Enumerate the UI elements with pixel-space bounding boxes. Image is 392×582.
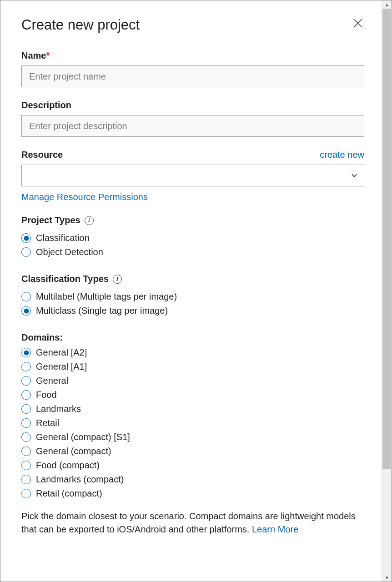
radio-icon (21, 461, 31, 470)
radio-icon (21, 404, 31, 414)
chevron-down-icon (351, 172, 357, 179)
project-types-section: Project Types i Classification Object De… (21, 215, 364, 257)
name-label: Name* (21, 50, 364, 61)
radio-icon (21, 432, 31, 442)
radio-label: General [A1] (36, 361, 87, 372)
learn-more-link[interactable]: Learn More (252, 524, 298, 534)
radio-icon (21, 292, 31, 301)
radio-icon (21, 475, 31, 484)
name-label-text: Name (21, 50, 46, 60)
radio-label: Landmarks (36, 404, 81, 414)
radio-icon (21, 489, 31, 498)
name-field-group: Name* (21, 50, 364, 87)
classification-types-label-text: Classification Types (21, 274, 109, 284)
radio-label: Multilabel (Multiple tags per image) (36, 291, 177, 302)
radio-icon (21, 306, 31, 316)
domains-label: Domains: (21, 332, 63, 343)
radio-label: General (compact) [S1] (36, 432, 130, 442)
project-type-classification[interactable]: Classification (21, 233, 364, 243)
close-button[interactable] (352, 17, 364, 30)
radio-label: Food (compact) (36, 460, 100, 471)
close-icon (352, 18, 363, 29)
dialog-title: Create new project (21, 17, 140, 33)
domain-general-compact[interactable]: General (compact) (21, 446, 364, 457)
scroll-up-arrow[interactable]: ▲ (382, 0, 392, 9)
classification-types-radio-group: Multilabel (Multiple tags per image) Mul… (21, 291, 364, 316)
radio-icon (21, 418, 31, 428)
domain-food[interactable]: Food (21, 390, 364, 400)
project-types-radio-group: Classification Object Detection (21, 233, 364, 257)
domain-retail[interactable]: Retail (21, 418, 364, 428)
info-icon[interactable]: i (113, 275, 122, 284)
radio-icon (21, 376, 31, 386)
name-input[interactable] (21, 65, 364, 87)
classification-type-multilabel[interactable]: Multilabel (Multiple tags per image) (21, 291, 364, 302)
domain-general[interactable]: General (21, 376, 364, 386)
create-project-dialog: Create new project Name* Description Res… (4, 0, 382, 582)
radio-label: Object Detection (36, 247, 103, 257)
radio-label: General (compact) (36, 446, 111, 457)
radio-label: General (36, 376, 68, 386)
radio-label: Landmarks (compact) (36, 474, 124, 485)
domains-radio-group: General [A2] General [A1] General Food L… (21, 347, 364, 499)
scroll-down-arrow[interactable]: ▼ (382, 573, 392, 582)
domain-general-a1[interactable]: General [A1] (21, 361, 364, 372)
dialog-header: Create new project (21, 17, 364, 33)
domain-landmarks[interactable]: Landmarks (21, 404, 364, 414)
resource-select[interactable] (21, 165, 364, 186)
radio-label: Retail (36, 418, 59, 428)
description-field-group: Description (21, 100, 364, 137)
radio-icon (21, 362, 31, 371)
description-input[interactable] (21, 115, 364, 137)
resource-field-group: Resource create new Manage Resource Perm… (21, 150, 364, 202)
radio-icon (21, 247, 31, 257)
domains-help-text: Pick the domain closest to your scenario… (21, 510, 364, 536)
radio-label: Retail (compact) (36, 488, 102, 499)
domain-general-compact-s1[interactable]: General (compact) [S1] (21, 432, 364, 442)
required-marker: * (46, 50, 50, 60)
domain-landmarks-compact[interactable]: Landmarks (compact) (21, 474, 364, 485)
project-types-label-text: Project Types (21, 215, 80, 226)
resource-label: Resource (21, 150, 63, 160)
radio-label: Multiclass (Single tag per image) (36, 306, 168, 316)
domain-retail-compact[interactable]: Retail (compact) (21, 488, 364, 499)
radio-icon (21, 390, 31, 400)
radio-label: Food (36, 390, 57, 400)
vertical-scrollbar[interactable]: ▲ ▼ (382, 0, 392, 582)
create-new-resource-link[interactable]: create new (320, 150, 364, 160)
classification-types-section: Classification Types i Multilabel (Multi… (21, 274, 364, 316)
classification-type-multiclass[interactable]: Multiclass (Single tag per image) (21, 306, 364, 316)
domains-section: Domains: General [A2] General [A1] Gener… (21, 332, 364, 536)
radio-label: Classification (36, 233, 90, 243)
description-label: Description (21, 100, 364, 110)
project-type-object-detection[interactable]: Object Detection (21, 247, 364, 257)
radio-icon (21, 348, 31, 357)
scroll-thumb[interactable] (382, 9, 391, 469)
radio-icon (21, 447, 31, 456)
radio-icon (21, 233, 31, 243)
domain-general-a2[interactable]: General [A2] (21, 347, 364, 358)
classification-types-label: Classification Types i (21, 274, 122, 284)
resource-label-row: Resource create new (21, 150, 364, 160)
manage-resource-permissions-link[interactable]: Manage Resource Permissions (21, 192, 148, 202)
domain-food-compact[interactable]: Food (compact) (21, 460, 364, 471)
radio-label: General [A2] (36, 347, 87, 358)
project-types-label: Project Types i (21, 215, 94, 226)
info-icon[interactable]: i (85, 216, 94, 225)
domains-help-text-body: Pick the domain closest to your scenario… (21, 511, 356, 534)
